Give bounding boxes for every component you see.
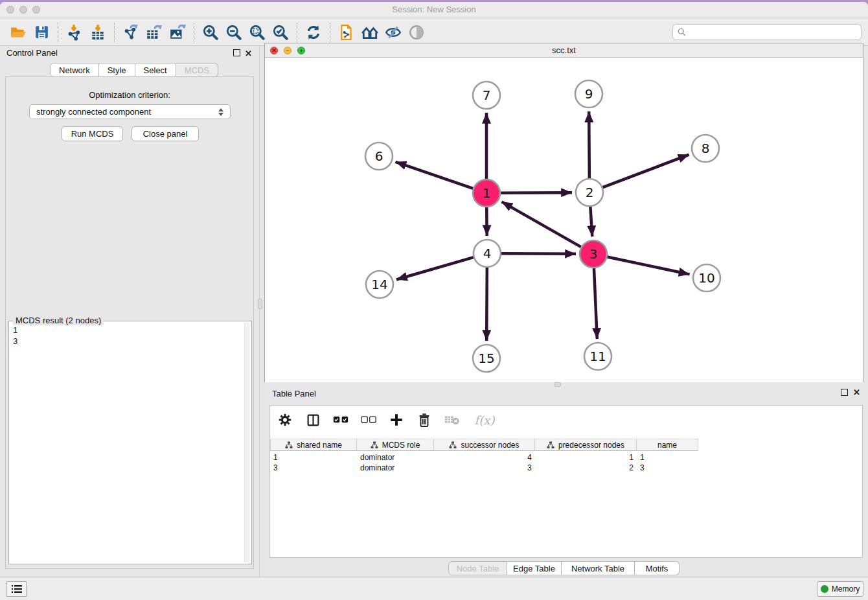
network-canvas[interactable]: 7968124314101511 (265, 58, 863, 382)
refresh-button[interactable] (302, 21, 325, 43)
column-header-successor-nodes[interactable]: successor nodes (434, 439, 535, 451)
delete-column-button[interactable] (416, 411, 433, 428)
run-mcds-button[interactable]: Run MCDS (62, 126, 123, 141)
tab-network[interactable]: Network (50, 63, 99, 77)
criterion-value: strongly connected component (36, 107, 151, 117)
task-history-button[interactable] (6, 581, 27, 597)
network-graph[interactable]: 7968124314101511 (265, 58, 863, 382)
home-icon (361, 24, 379, 41)
panel-splitter-grip[interactable] (258, 299, 262, 309)
float-panel-icon[interactable] (233, 49, 240, 58)
tab-select[interactable]: Select (135, 63, 176, 77)
network-window-title: scc.txt (265, 45, 863, 55)
close-table-panel-icon[interactable]: ✕ (853, 387, 860, 397)
import-table-button[interactable] (86, 21, 109, 43)
eye-slash-icon (385, 24, 402, 41)
tab-motifs[interactable]: Motifs (635, 561, 680, 575)
edge-4-15[interactable] (486, 268, 487, 341)
clone-network-button[interactable] (335, 21, 358, 43)
tab-style[interactable]: Style (99, 63, 135, 77)
deselect-all-columns-button[interactable] (360, 411, 377, 428)
checked-boxes-icon (333, 415, 348, 424)
gear-icon (278, 413, 292, 427)
edge-2-9[interactable] (589, 111, 589, 178)
toolbar-separator (58, 23, 58, 42)
edge-3-10[interactable] (608, 257, 690, 275)
float-table-panel-icon[interactable] (841, 388, 848, 398)
edge-4-3[interactable] (501, 253, 576, 254)
criterion-dropdown[interactable]: strongly connected component (29, 104, 231, 119)
save-session-button[interactable] (30, 21, 53, 43)
table-row[interactable]: 3 dominator 3 2 3 (270, 463, 698, 473)
export-table-button[interactable] (143, 21, 166, 43)
mcds-result-box: MCDS result (2 nodes) 1 3 (8, 321, 252, 564)
zoom-in-button[interactable] (199, 21, 222, 43)
toolbar-separator (330, 23, 330, 42)
graph-node-label: 15 (478, 351, 494, 366)
tab-edge-table[interactable]: Edge Table (507, 561, 562, 575)
search-field[interactable] (672, 24, 862, 40)
create-column-button[interactable] (388, 411, 405, 428)
function-builder-button[interactable]: f(x) (472, 411, 497, 428)
main-titlebar: Session: New Session (0, 2, 868, 18)
home-button[interactable] (358, 21, 382, 43)
table-settings-button[interactable] (277, 411, 293, 428)
graph-node-label: 11 (589, 349, 606, 364)
table-toolbar: f(x) (270, 406, 862, 434)
close-panel-icon[interactable]: ✕ (245, 49, 252, 58)
zoom-out-icon (225, 24, 242, 41)
network-window-titlebar[interactable]: ✕ − ＋ scc.txt (265, 43, 863, 58)
edge-3-1[interactable] (501, 202, 580, 247)
delete-table-button[interactable] (444, 411, 461, 428)
graph-node-label: 14 (371, 277, 387, 292)
export-image-button[interactable] (166, 21, 189, 43)
tab-node-table[interactable]: Node Table (448, 561, 507, 575)
search-input[interactable] (689, 28, 856, 37)
refresh-icon (305, 24, 322, 41)
edge-4-14[interactable] (396, 257, 474, 279)
mcds-result-text[interactable]: 1 3 (10, 323, 244, 562)
import-network-icon (66, 24, 83, 41)
import-table-icon (89, 24, 106, 41)
main-toolbar (0, 19, 868, 46)
memory-label: Memory (832, 584, 860, 594)
application-window: Session: New Session (0, 2, 868, 600)
zoom-selected-button[interactable] (269, 21, 292, 43)
export-image-icon (169, 24, 186, 41)
zoom-out-button[interactable] (222, 21, 246, 43)
memory-button[interactable]: Memory (817, 581, 863, 597)
window-title: Session: New Session (0, 5, 868, 14)
zoom-selected-icon (272, 24, 289, 41)
column-header-name[interactable]: name (637, 439, 698, 451)
show-hidden-button[interactable] (405, 21, 428, 43)
tab-network-table[interactable]: Network Table (562, 561, 635, 575)
graph-node-label: 4 (483, 246, 492, 261)
zoom-fit-button[interactable] (246, 21, 269, 43)
delete-table-icon (444, 414, 460, 426)
hide-selected-button[interactable] (382, 21, 405, 43)
open-session-button[interactable] (6, 21, 30, 43)
close-panel-button[interactable]: Close panel (131, 126, 199, 141)
column-header-shared-name[interactable]: shared name (270, 439, 357, 451)
control-panel-header: Control Panel ✕ (0, 46, 259, 62)
search-icon (678, 28, 686, 36)
graph-node-label: 8 (702, 141, 710, 156)
column-header-mcds-role[interactable]: MCDS role (357, 439, 434, 451)
export-network-button[interactable] (119, 21, 143, 43)
edge-2-8[interactable] (603, 155, 689, 188)
edge-1-6[interactable] (396, 162, 474, 189)
column-header-predecessor-nodes[interactable]: predecessor nodes (535, 439, 637, 451)
show-columns-button[interactable] (304, 411, 321, 428)
tab-mcds[interactable]: MCDS (176, 63, 218, 77)
select-all-columns-button[interactable] (332, 411, 349, 428)
table-splitter-grip[interactable] (554, 382, 561, 387)
edge-3-11[interactable] (594, 268, 597, 339)
export-table-icon (146, 24, 163, 41)
table-row[interactable]: 1 dominator 4 1 1 (270, 452, 698, 463)
edge-1-2[interactable] (501, 192, 572, 193)
edge-2-3[interactable] (590, 207, 592, 237)
panel-splitter[interactable] (259, 46, 260, 577)
control-panel-title: Control Panel (6, 48, 58, 58)
import-network-button[interactable] (63, 21, 86, 43)
result-scrollbar[interactable] (244, 323, 250, 562)
